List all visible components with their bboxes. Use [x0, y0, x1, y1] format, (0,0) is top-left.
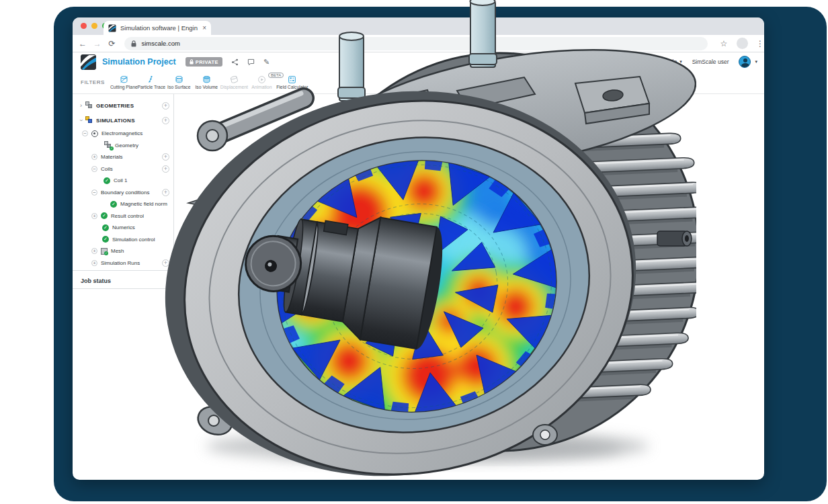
lifting-stud-right [469, 0, 497, 67]
tree-label: Result control [111, 213, 144, 219]
tree-label: SIMULATIONS [96, 118, 135, 124]
tree-label: Electromagnetics [101, 130, 142, 136]
filters-label: FILTERS [81, 79, 105, 85]
tree-label: Materials [101, 154, 122, 160]
lock-icon [131, 40, 136, 47]
geometry-icon [104, 141, 112, 149]
motor-3d-viewport[interactable] [159, 0, 696, 482]
back-icon[interactable]: ← [75, 39, 90, 48]
bookmark-star-icon[interactable]: ☆ [720, 39, 727, 48]
simulations-icon [85, 116, 93, 124]
tree-label: Coil 1 [114, 177, 127, 183]
cutting-plane-icon [120, 75, 128, 84]
simscale-logo [81, 54, 96, 70]
close-window-button[interactable] [81, 23, 87, 29]
check-icon [102, 224, 109, 231]
cutting-plane-button[interactable]: Cutting Plane [110, 75, 138, 89]
browser-menu-icon[interactable]: ⋮ [756, 39, 764, 48]
check-icon [110, 146, 114, 151]
expand-toggle[interactable] [91, 213, 97, 219]
expand-toggle[interactable] [91, 248, 97, 254]
housing-side-plug [657, 231, 692, 246]
collapse-toggle[interactable] [82, 130, 88, 136]
check-icon [104, 251, 108, 255]
tree-label: Coils [101, 166, 113, 172]
minimize-window-button[interactable] [91, 23, 97, 29]
check-icon [104, 177, 110, 184]
tree-label: Mesh [111, 248, 124, 254]
tree-label: Simulation control [112, 237, 155, 243]
job-status-label: Job status [73, 278, 111, 284]
check-icon [110, 201, 117, 208]
simscale-favicon [108, 24, 116, 32]
particle-trace-icon [147, 75, 156, 84]
tree-label: Simulation Runs [101, 260, 140, 266]
check-icon [102, 236, 109, 243]
user-avatar[interactable] [739, 56, 751, 68]
marketing-canvas: Simulation software | Engin × ← → ⟳ sims… [0, 0, 828, 504]
electromagnetics-icon [91, 130, 98, 137]
caret-right-icon[interactable]: › [77, 102, 85, 109]
tree-label: Boundary conditions [101, 190, 150, 196]
caret-down-icon[interactable]: › [78, 117, 85, 124]
motor-model-render [159, 0, 696, 482]
toolbar-button-label: Cutting Plane [110, 85, 138, 89]
forward-icon[interactable]: → [90, 39, 105, 48]
tree-label: Numerics [112, 224, 135, 230]
nav-user[interactable]: SimScale user [692, 58, 729, 65]
refresh-icon[interactable]: ⟳ [105, 39, 120, 48]
tree-label: GEOMETRIES [96, 103, 134, 109]
mesh-icon [101, 248, 108, 255]
check-icon [101, 212, 108, 219]
expand-toggle[interactable] [91, 260, 97, 266]
collapse-toggle[interactable] [91, 190, 97, 196]
collapse-toggle[interactable] [91, 166, 97, 172]
tree-label: Geometry [115, 142, 138, 149]
user-caret-icon: ▾ [755, 59, 757, 65]
browser-profile-avatar[interactable] [737, 38, 748, 49]
geometries-icon [85, 101, 93, 110]
expand-toggle[interactable] [91, 154, 97, 160]
lifting-stud-left [338, 32, 365, 101]
